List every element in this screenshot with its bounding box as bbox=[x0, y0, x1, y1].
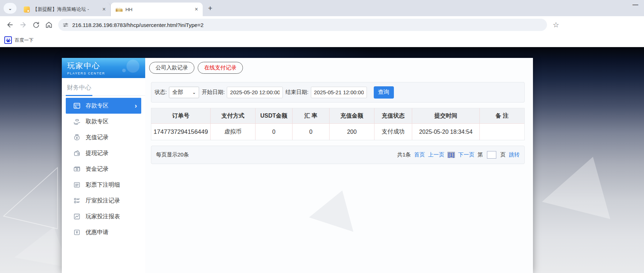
forward-button[interactable] bbox=[17, 18, 29, 31]
filter-bar: 状态: 全部 ⌄ 开始日期: 结束日期: 查询 bbox=[151, 82, 525, 103]
sidebar-item-hall-bet-records[interactable]: 厅室投注记录 bbox=[62, 193, 145, 209]
url-text: 216.118.236.196:8783/hhcp/usercenter.htm… bbox=[72, 22, 203, 28]
window-minimize-button[interactable]: — bbox=[632, 1, 638, 8]
close-icon[interactable]: × bbox=[101, 6, 107, 13]
back-arrow-icon bbox=[6, 21, 14, 29]
total-count-text: 共1条 bbox=[397, 151, 411, 158]
cell-usdt-amount: 0 bbox=[256, 124, 293, 140]
header-pay-method: 支付方式 bbox=[211, 108, 256, 123]
sidebar-item-label: 厅室投注记录 bbox=[86, 197, 120, 205]
bookmarks-bar: 百度一下 bbox=[0, 33, 644, 47]
tab-strip: ⌄ 【新提醒】海燕策略论坛 - × HH × + — bbox=[0, 0, 644, 16]
banner-title: 玩家中心 bbox=[67, 61, 145, 71]
chevron-down-icon: ⌄ bbox=[8, 5, 12, 11]
header-submit-time: 提交时间 bbox=[412, 108, 480, 123]
cell-exchange-rate: 0 bbox=[293, 124, 330, 140]
browser-toolbar: 216.118.236.196:8783/hhcp/usercenter.htm… bbox=[0, 16, 644, 33]
sidebar-item-funds-records[interactable]: 资金记录 bbox=[62, 161, 145, 177]
main-content: 公司入款记录 在线支付记录 状态: 全部 ⌄ 开始日期: 结束日期: 查询 bbox=[145, 58, 533, 273]
cell-recharge-status: 支付成功 bbox=[374, 124, 412, 140]
tab-title: 【新提醒】海燕策略论坛 - bbox=[33, 6, 98, 13]
sidebar-item-promo-application[interactable]: 优惠申请 bbox=[62, 224, 145, 240]
sidebar-item-deposit-zone[interactable]: 存款专区 › bbox=[66, 98, 141, 114]
cell-submit-time: 2025-05-20 18:34:54 bbox=[412, 124, 480, 140]
status-selected-value: 全部 bbox=[172, 89, 183, 96]
sidebar-item-player-bet-report[interactable]: 玩家投注报表 bbox=[62, 209, 145, 224]
search-button[interactable]: 查询 bbox=[374, 86, 394, 99]
pagination-controls: 共1条 首页 上一页 [1] 下一页 第 页 跳转 bbox=[397, 151, 520, 159]
sidebar-item-label: 充值记录 bbox=[86, 134, 109, 141]
home-icon bbox=[45, 21, 53, 29]
address-bar[interactable]: 216.118.236.196:8783/hhcp/usercenter.htm… bbox=[58, 19, 547, 31]
home-button[interactable] bbox=[42, 18, 55, 31]
checklist-icon bbox=[73, 197, 81, 205]
hh-favicon-icon bbox=[116, 7, 123, 12]
header-recharge-amount: 充值金额 bbox=[330, 108, 374, 123]
sidebar-item-withdraw-zone[interactable]: 取款专区 bbox=[62, 114, 145, 129]
deposit-card-icon bbox=[73, 102, 81, 110]
sidebar: 玩家中心 PLAYERS CENTER 财务中心 存款专区 › bbox=[62, 58, 145, 273]
reload-icon bbox=[32, 21, 40, 29]
chevron-right-icon: › bbox=[135, 102, 137, 110]
sidebar-item-recharge-records[interactable]: 充值记录 bbox=[62, 129, 145, 145]
sidebar-item-label: 玩家投注报表 bbox=[86, 213, 120, 220]
bookmark-baidu[interactable]: 百度一下 bbox=[4, 36, 33, 44]
withdraw-hand-icon bbox=[73, 118, 81, 126]
new-tab-button[interactable]: + bbox=[205, 3, 216, 14]
sidebar-item-withdrawal-records[interactable]: 提现记录 bbox=[62, 145, 145, 161]
payment-records-table: 订单号 支付方式 USDT金额 汇 率 充值金额 充值状态 提交时间 备 注 1… bbox=[151, 108, 525, 140]
money-bag-icon bbox=[73, 133, 81, 141]
current-page-indicator: [1] bbox=[447, 152, 455, 158]
jump-prefix-label: 第 bbox=[478, 151, 483, 158]
header-order-id: 订单号 bbox=[151, 108, 211, 123]
cash-icon bbox=[73, 165, 81, 173]
sidebar-menu: 存款专区 › 取款专区 充值记录 bbox=[62, 96, 145, 240]
sidebar-item-label: 存款专区 bbox=[86, 102, 109, 110]
jump-button[interactable]: 跳转 bbox=[509, 151, 520, 158]
chevron-down-icon: ⌄ bbox=[192, 90, 196, 95]
status-label: 状态: bbox=[155, 89, 167, 96]
banner-subtitle: PLAYERS CENTER bbox=[67, 72, 145, 75]
start-date-input[interactable] bbox=[227, 87, 283, 98]
bookmark-star-icon[interactable]: ☆ bbox=[550, 19, 562, 31]
jump-suffix-label: 页 bbox=[500, 151, 506, 158]
page-background: 玩家中心 PLAYERS CENTER 财务中心 存款专区 › bbox=[0, 47, 644, 273]
header-remark: 备 注 bbox=[480, 108, 524, 123]
page-jump-input[interactable] bbox=[487, 151, 496, 159]
page-size-text: 每页显示20条 bbox=[156, 151, 189, 158]
section-divider bbox=[62, 95, 145, 96]
sidebar-item-label: 优惠申请 bbox=[86, 229, 109, 236]
reload-button[interactable] bbox=[29, 18, 42, 31]
cell-recharge-amount: 200 bbox=[330, 124, 374, 140]
site-settings-icon[interactable] bbox=[63, 22, 69, 28]
close-icon[interactable]: × bbox=[193, 6, 200, 13]
back-button[interactable] bbox=[4, 18, 17, 31]
cell-remark bbox=[480, 124, 524, 140]
status-select[interactable]: 全部 ⌄ bbox=[169, 87, 199, 98]
end-date-input[interactable] bbox=[311, 87, 367, 98]
table-header-row: 订单号 支付方式 USDT金额 汇 率 充值金额 充值状态 提交时间 备 注 bbox=[151, 108, 524, 123]
cell-pay-method: 虚拟币 bbox=[211, 124, 256, 140]
coupon-icon bbox=[73, 228, 81, 236]
tab-online-payment-records[interactable]: 在线支付记录 bbox=[198, 62, 243, 74]
header-usdt-amount: USDT金额 bbox=[256, 108, 293, 123]
forum-favicon-icon bbox=[24, 6, 30, 13]
pagination-bar: 每页显示20条 共1条 首页 上一页 [1] 下一页 第 页 跳转 bbox=[151, 146, 525, 164]
sidebar-item-label: 取款专区 bbox=[86, 118, 109, 126]
user-center-app: 玩家中心 PLAYERS CENTER 财务中心 存款专区 › bbox=[62, 58, 533, 273]
tab-company-deposit-records[interactable]: 公司入款记录 bbox=[149, 62, 194, 74]
browser-tab-forum[interactable]: 【新提醒】海燕策略论坛 - × bbox=[19, 3, 111, 16]
next-page-link[interactable]: 下一页 bbox=[458, 151, 474, 158]
prev-page-link[interactable]: 上一页 bbox=[428, 151, 444, 158]
document-icon bbox=[73, 181, 81, 189]
sidebar-item-lottery-bet-details[interactable]: 彩票下注明细 bbox=[62, 177, 145, 193]
tab-search-button[interactable]: ⌄ bbox=[4, 3, 17, 14]
browser-tab-hh[interactable]: HH × bbox=[111, 3, 203, 16]
first-page-link[interactable]: 首页 bbox=[414, 151, 425, 158]
section-title: 财务中心 bbox=[67, 84, 145, 92]
start-date-label: 开始日期: bbox=[202, 89, 225, 96]
wallet-icon bbox=[73, 149, 81, 157]
table-row: 1747737294156449 虚拟币 0 0 200 支付成功 2025-0… bbox=[151, 123, 524, 140]
tab-title: HH bbox=[125, 7, 190, 12]
forward-arrow-icon bbox=[19, 21, 27, 29]
